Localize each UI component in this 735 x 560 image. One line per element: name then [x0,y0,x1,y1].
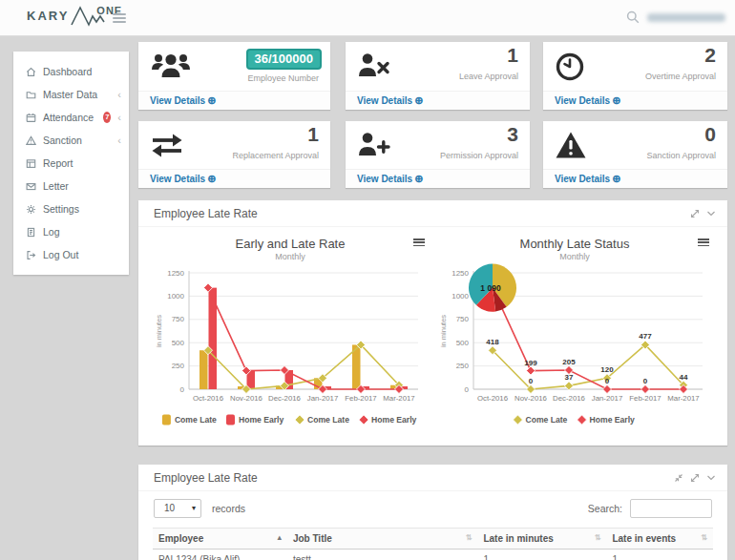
svg-text:Nov-2016: Nov-2016 [230,394,262,403]
combo-chart-plot: 025050075010001250in minutesOct-2016Nov-… [148,263,432,437]
sidebar-item-sanction[interactable]: Sanction ‹ [13,129,129,152]
sidebar-item-log-out[interactable]: Log Out [13,243,129,266]
card-label: Leave Approval [459,72,518,81]
svg-text:Home Early: Home Early [239,415,284,425]
view-details-link[interactable]: View Details⊕ [346,91,530,110]
expand-icon[interactable] [690,209,700,218]
svg-text:Feb-2017: Feb-2017 [629,394,661,403]
report-icon [26,158,36,169]
svg-text:0: 0 [643,377,648,385]
attendance-badge: 7 [103,112,111,123]
warning-triangle-icon [555,131,587,159]
collapse-arrows-icon[interactable] [674,473,683,483]
brand-logo[interactable]: KARY ONE [27,5,122,28]
employee-late-table: Employee▴ Job Title⇅ Late in minutes⇅ La… [153,528,713,560]
chevron-left-icon: ‹ [117,113,121,122]
sidebar-item-letter[interactable]: Letter [13,175,129,197]
chart-title: Early and Late Rate [148,237,432,251]
gear-icon [26,204,36,215]
svg-text:0: 0 [465,385,470,394]
column-header-job-title[interactable]: Job Title⇅ [287,529,478,550]
sidebar-item-attendance[interactable]: Attendance 7 ‹ [13,106,129,129]
folder-icon [26,90,36,100]
chevron-down-icon[interactable] [706,209,716,218]
svg-text:Mar-2017: Mar-2017 [667,394,699,403]
records-per-page-select[interactable]: 10 ▾ [154,499,201,518]
sidebar-item-dashboard[interactable]: Dashboard [13,60,129,83]
employee-number-badge: 36/100000 [246,49,322,70]
sort-icon: ⇅ [466,533,472,542]
chevron-down-icon[interactable] [706,473,716,483]
sidebar-item-settings[interactable]: Settings [13,197,129,220]
column-header-late-events[interactable]: Late in events⇅ [606,529,713,550]
svg-text:Home Early: Home Early [371,415,417,425]
card-value: 0 [704,123,716,146]
svg-text:1000: 1000 [452,292,469,301]
monthly-late-status-chart: Monthly Late Status Monthly 025050075010… [432,229,717,437]
person-plus-icon [357,131,391,159]
dashboard-screen: KARY ONE Dashboard Master Data ‹ Attenda… [0,0,735,560]
chevron-left-icon: ‹ [117,90,121,99]
table-search-input[interactable] [630,499,712,518]
early-and-late-rate-chart: Early and Late Rate Monthly 025050075010… [148,229,432,437]
top-navbar: KARY ONE [0,0,735,36]
search-icon[interactable] [626,10,640,24]
sort-icon: ⇅ [595,533,601,542]
sidebar-toggle-icon[interactable] [113,13,126,25]
stat-card-permission-approval: 3 Permission Approval View Details⊕ [346,121,530,188]
chart-menu-icon[interactable] [413,239,425,248]
view-details-link[interactable]: View Details⊕ [138,91,330,110]
stat-card-sanction-approval: 0 Sanction Approval View Details⊕ [543,121,727,188]
plus-circle-icon: ⊕ [612,173,620,184]
svg-text:Home Early: Home Early [590,415,636,425]
employee-link[interactable]: PAL1234 (Bika Alif) [153,550,287,560]
exchange-arrows-icon [150,131,184,159]
view-details-link[interactable]: View Details⊕ [138,169,330,188]
svg-text:500: 500 [456,339,470,347]
records-label: records [212,503,245,514]
expand-icon[interactable] [690,473,700,483]
svg-text:500: 500 [172,339,185,347]
svg-text:44: 44 [680,373,688,382]
logout-icon [26,250,36,260]
svg-text:Jan-2017: Jan-2017 [592,394,623,403]
employees-group-icon [150,52,192,80]
card-value: 2 [704,44,716,67]
job-title-cell: testt [287,550,478,560]
card-value: 1 [307,123,319,146]
search-label: Search: [588,503,622,514]
user-account-blurred[interactable] [647,13,725,22]
svg-text:Feb-2017: Feb-2017 [345,394,376,403]
svg-text:1250: 1250 [452,269,469,278]
table-panel: Employee Late Rate 10 ▾ records Search: … [138,465,727,560]
table-panel-header: Employee Late Rate [138,465,727,491]
svg-text:Come Late: Come Late [525,415,567,425]
chart-menu-icon[interactable] [698,239,709,248]
view-details-link[interactable]: View Details⊕ [543,169,727,188]
card-value: 1 [507,44,518,67]
view-details-link[interactable]: View Details⊕ [346,169,530,188]
card-label: Replacement Approval [232,151,319,160]
charts-panel-header: Employee Late Rate [138,200,727,227]
sort-asc-icon: ▴ [278,533,282,542]
sidebar-item-master-data[interactable]: Master Data ‹ [13,83,129,106]
svg-text:750: 750 [172,315,185,323]
svg-text:Nov-2016: Nov-2016 [514,394,547,403]
card-label: Permission Approval [440,151,518,160]
plus-circle-icon: ⊕ [207,173,216,184]
card-label: Overtime Approval [645,72,716,81]
card-value: 3 [507,123,518,146]
sidebar-item-log[interactable]: Log [13,220,129,243]
column-header-late-minutes[interactable]: Late in minutes⇅ [477,529,606,550]
column-header-employee[interactable]: Employee▴ [153,529,287,550]
late-minutes-cell: 1 [477,550,606,560]
calendar-icon [26,113,36,123]
home-icon [26,67,36,77]
stat-card-overtime-approval: 2 Overtime Approval View Details⊕ [543,42,727,110]
svg-text:477: 477 [639,332,652,341]
view-details-link[interactable]: View Details⊕ [543,91,727,110]
envelope-icon [26,181,36,192]
chevron-left-icon: ‹ [117,135,121,145]
sidebar-item-report[interactable]: Report [13,152,129,175]
card-label: Sanction Approval [646,151,716,160]
